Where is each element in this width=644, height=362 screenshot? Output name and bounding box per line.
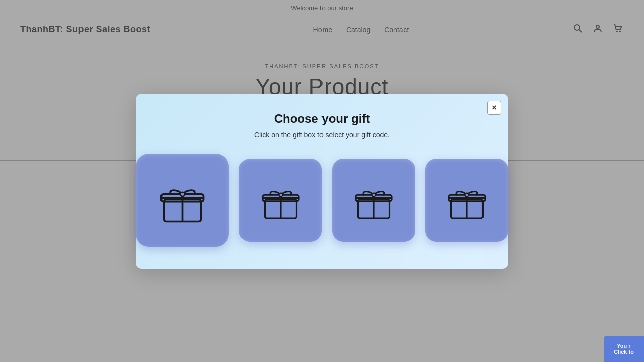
gift-box-3-visual xyxy=(332,159,415,240)
modal-title: Choose your gift xyxy=(156,112,488,126)
gift-box-2-visual xyxy=(239,159,322,240)
gift-box-2[interactable] xyxy=(239,159,322,240)
modal-overlay: × Choose your gift Click on the gift box… xyxy=(0,0,644,240)
gift-grid xyxy=(156,154,488,240)
modal-close-button[interactable]: × xyxy=(487,101,501,115)
svg-point-9 xyxy=(180,192,184,196)
gift-box-1-visual xyxy=(136,154,229,240)
svg-point-19 xyxy=(372,193,375,197)
gift-box-3[interactable] xyxy=(332,159,415,240)
svg-point-24 xyxy=(465,193,468,197)
gift-box-1[interactable] xyxy=(136,154,229,240)
gift-box-4-visual xyxy=(425,159,508,240)
modal-subtitle: Click on the gift box to select your gif… xyxy=(156,131,488,139)
svg-point-14 xyxy=(279,193,282,197)
gift-modal: × Choose your gift Click on the gift box… xyxy=(136,94,508,240)
gift-box-4[interactable] xyxy=(425,159,508,240)
